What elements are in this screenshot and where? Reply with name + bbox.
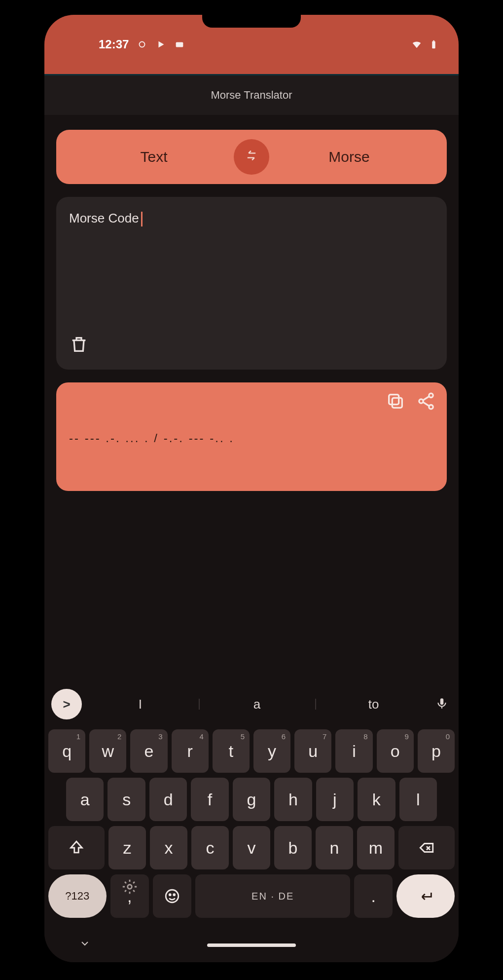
- key-t[interactable]: t5: [213, 729, 250, 773]
- suggestion-bar: > I a to: [44, 682, 459, 726]
- svg-rect-3: [432, 41, 435, 49]
- notification-dot-icon: [137, 39, 147, 50]
- svg-point-14: [174, 894, 175, 896]
- key-u[interactable]: u7: [294, 729, 331, 773]
- mic-button[interactable]: [432, 697, 452, 712]
- copy-icon: [386, 391, 405, 411]
- keyboard-row-3: zxcvbnm: [48, 826, 455, 869]
- svg-point-12: [166, 890, 179, 903]
- share-icon: [416, 391, 436, 411]
- text-cursor: [141, 212, 143, 226]
- swap-button[interactable]: [234, 139, 269, 175]
- keyboard-row-2: asdfghjkl: [48, 778, 455, 821]
- space-key[interactable]: EN · DE: [195, 874, 350, 918]
- key-j[interactable]: j: [316, 778, 354, 821]
- wifi-icon: [411, 39, 422, 50]
- copy-button[interactable]: [386, 391, 405, 413]
- suggestion-2[interactable]: a: [199, 697, 316, 712]
- period-key[interactable]: .: [354, 874, 393, 918]
- shift-icon: [68, 839, 85, 856]
- svg-point-11: [128, 885, 132, 889]
- emoji-icon: [164, 888, 180, 905]
- key-b[interactable]: b: [274, 826, 312, 869]
- key-n[interactable]: n: [316, 826, 353, 869]
- svg-rect-5: [392, 398, 402, 408]
- comma-key[interactable]: ,: [110, 874, 149, 918]
- key-r[interactable]: r4: [172, 729, 209, 773]
- status-time: 12:37: [99, 38, 129, 51]
- backspace-key[interactable]: [398, 826, 455, 869]
- play-icon: [155, 39, 166, 50]
- key-p[interactable]: p0: [418, 729, 455, 773]
- symnum-key[interactable]: ?123: [48, 874, 107, 918]
- text-input-value: Morse Code: [69, 211, 139, 226]
- enter-icon: [417, 888, 434, 905]
- notch: [202, 15, 301, 28]
- svg-marker-1: [159, 41, 164, 48]
- key-z[interactable]: z: [108, 826, 146, 869]
- share-button[interactable]: [416, 391, 436, 413]
- key-d[interactable]: d: [149, 778, 187, 821]
- key-m[interactable]: m: [357, 826, 395, 869]
- settings-hint-icon: [121, 878, 138, 897]
- mode-text[interactable]: Text: [56, 149, 252, 165]
- svg-point-13: [170, 894, 171, 896]
- clear-button[interactable]: [69, 335, 89, 358]
- key-a[interactable]: a: [66, 778, 104, 821]
- svg-rect-6: [389, 395, 399, 405]
- key-l[interactable]: l: [399, 778, 437, 821]
- shift-key[interactable]: [48, 826, 105, 869]
- gesture-nav-bar: [44, 928, 459, 962]
- mode-toggle: Text Morse: [56, 130, 447, 184]
- keyboard-collapse-icon[interactable]: [79, 938, 91, 952]
- morse-output: -- --- .-. ... . / -.-. --- -.. .: [69, 429, 434, 448]
- key-h[interactable]: h: [274, 778, 312, 821]
- app-bar: Morse Translator: [44, 75, 459, 115]
- device-frame: 12:37 Morse Translator Text: [44, 15, 459, 962]
- key-k[interactable]: k: [358, 778, 395, 821]
- battery-icon: [428, 39, 439, 50]
- key-c[interactable]: c: [191, 826, 229, 869]
- svg-rect-2: [176, 42, 183, 47]
- key-f[interactable]: f: [191, 778, 228, 821]
- mic-icon: [435, 697, 448, 710]
- key-g[interactable]: g: [233, 778, 270, 821]
- keyboard: > I a to q1w2e3r4t5y6u7i8o9p0 asdfghjkl …: [44, 682, 459, 962]
- key-e[interactable]: e3: [130, 729, 167, 773]
- enter-key[interactable]: [396, 874, 455, 918]
- suggestion-3[interactable]: to: [315, 697, 432, 712]
- keyboard-row-1: q1w2e3r4t5y6u7i8o9p0: [48, 729, 455, 773]
- trash-icon: [69, 342, 89, 357]
- backspace-icon: [418, 839, 435, 856]
- mode-morse[interactable]: Morse: [252, 149, 447, 165]
- content-area: Text Morse Morse Code: [44, 115, 459, 491]
- key-w[interactable]: w2: [89, 729, 126, 773]
- gesture-handle[interactable]: [207, 943, 296, 947]
- key-o[interactable]: o9: [377, 729, 414, 773]
- app-title: Morse Translator: [211, 89, 292, 102]
- suggestion-expand-button[interactable]: >: [51, 689, 82, 719]
- space-key-label: EN · DE: [252, 891, 294, 902]
- swap-icon: [245, 149, 258, 166]
- key-q[interactable]: q1: [48, 729, 85, 773]
- key-y[interactable]: y6: [253, 729, 290, 773]
- suggestion-1[interactable]: I: [82, 697, 199, 712]
- card-icon: [174, 39, 185, 50]
- text-input-card[interactable]: Morse Code: [56, 197, 447, 370]
- key-s[interactable]: s: [108, 778, 145, 821]
- keyboard-row-4: ?123 , EN · DE .: [48, 874, 455, 918]
- svg-rect-10: [440, 698, 444, 705]
- key-i[interactable]: i8: [335, 729, 372, 773]
- key-x[interactable]: x: [150, 826, 187, 869]
- output-card: -- --- .-. ... . / -.-. --- -.. .: [56, 382, 447, 491]
- key-v[interactable]: v: [233, 826, 270, 869]
- svg-point-0: [140, 42, 145, 47]
- svg-rect-4: [433, 40, 434, 41]
- emoji-key[interactable]: [153, 874, 191, 918]
